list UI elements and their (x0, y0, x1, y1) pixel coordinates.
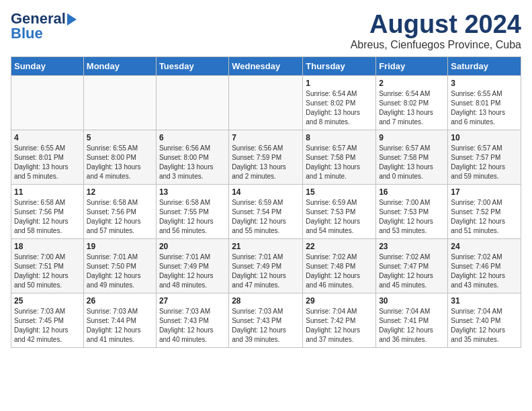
day-number: 30 (379, 296, 445, 306)
day-info: Sunrise: 7:04 AM Sunset: 7:40 PM Dayligh… (451, 307, 518, 345)
day-number: 29 (306, 296, 373, 306)
day-number: 22 (306, 242, 373, 251)
calendar-cell: 14Sunrise: 6:59 AM Sunset: 7:54 PM Dayli… (229, 184, 303, 238)
day-number: 12 (87, 187, 153, 197)
calendar-week-row: 18Sunrise: 7:00 AM Sunset: 7:51 PM Dayli… (11, 238, 521, 293)
calendar-table: SundayMondayTuesdayWednesdayThursdayFrid… (11, 56, 521, 348)
day-info: Sunrise: 7:02 AM Sunset: 7:47 PM Dayligh… (379, 253, 445, 290)
calendar-cell: 18Sunrise: 7:00 AM Sunset: 7:51 PM Dayli… (11, 238, 84, 293)
calendar-cell: 16Sunrise: 7:00 AM Sunset: 7:53 PM Dayli… (376, 184, 448, 238)
day-info: Sunrise: 7:04 AM Sunset: 7:42 PM Dayligh… (306, 307, 373, 345)
calendar-cell: 6Sunrise: 6:56 AM Sunset: 8:00 PM Daylig… (156, 130, 228, 184)
calendar-cell: 25Sunrise: 7:03 AM Sunset: 7:45 PM Dayli… (11, 293, 84, 347)
calendar-cell: 27Sunrise: 7:03 AM Sunset: 7:43 PM Dayli… (156, 293, 228, 347)
calendar-cell: 8Sunrise: 6:57 AM Sunset: 7:58 PM Daylig… (303, 130, 376, 184)
day-number: 27 (159, 296, 226, 306)
day-number: 17 (451, 187, 518, 197)
title-section: August 2024 Abreus, Cienfuegos Province,… (351, 11, 521, 51)
calendar-cell: 19Sunrise: 7:01 AM Sunset: 7:50 PM Dayli… (83, 238, 156, 293)
day-info: Sunrise: 6:59 AM Sunset: 7:53 PM Dayligh… (306, 198, 373, 236)
day-header-wednesday: Wednesday (229, 56, 303, 75)
day-info: Sunrise: 6:58 AM Sunset: 7:55 PM Dayligh… (159, 198, 226, 236)
calendar-cell: 5Sunrise: 6:55 AM Sunset: 8:00 PM Daylig… (83, 130, 156, 184)
day-number: 31 (451, 296, 518, 306)
day-number: 6 (159, 133, 226, 142)
calendar-cell: 11Sunrise: 6:58 AM Sunset: 7:56 PM Dayli… (11, 184, 84, 238)
calendar-cell (229, 75, 303, 130)
day-info: Sunrise: 7:01 AM Sunset: 7:50 PM Dayligh… (87, 253, 153, 290)
day-info: Sunrise: 7:00 AM Sunset: 7:51 PM Dayligh… (14, 253, 81, 290)
calendar-cell: 17Sunrise: 7:00 AM Sunset: 7:52 PM Dayli… (448, 184, 521, 238)
calendar-cell: 7Sunrise: 6:56 AM Sunset: 7:59 PM Daylig… (229, 130, 303, 184)
day-number: 3 (451, 79, 518, 88)
calendar-cell: 4Sunrise: 6:55 AM Sunset: 8:01 PM Daylig… (11, 130, 84, 184)
calendar-cell (83, 75, 156, 130)
day-number: 4 (14, 133, 81, 142)
day-header-friday: Friday (376, 56, 448, 75)
day-info: Sunrise: 6:55 AM Sunset: 8:01 PM Dayligh… (14, 144, 81, 181)
day-number: 24 (451, 242, 518, 251)
day-number: 18 (14, 242, 81, 251)
day-number: 20 (159, 242, 226, 251)
page-header: General Blue August 2024 Abreus, Cienfue… (11, 11, 521, 51)
calendar-cell: 1Sunrise: 6:54 AM Sunset: 8:02 PM Daylig… (303, 75, 376, 130)
day-info: Sunrise: 6:59 AM Sunset: 7:54 PM Dayligh… (232, 198, 300, 236)
day-number: 7 (232, 133, 300, 142)
calendar-cell (156, 75, 228, 130)
calendar-week-row: 4Sunrise: 6:55 AM Sunset: 8:01 PM Daylig… (11, 130, 521, 184)
calendar-cell: 28Sunrise: 7:03 AM Sunset: 7:43 PM Dayli… (229, 293, 303, 347)
day-number: 14 (232, 187, 300, 197)
day-header-sunday: Sunday (11, 56, 84, 75)
calendar-cell: 26Sunrise: 7:03 AM Sunset: 7:44 PM Dayli… (83, 293, 156, 347)
calendar-week-row: 1Sunrise: 6:54 AM Sunset: 8:02 PM Daylig… (11, 75, 521, 130)
day-info: Sunrise: 7:01 AM Sunset: 7:49 PM Dayligh… (232, 253, 300, 290)
calendar-cell: 21Sunrise: 7:01 AM Sunset: 7:49 PM Dayli… (229, 238, 303, 293)
day-info: Sunrise: 6:57 AM Sunset: 7:58 PM Dayligh… (306, 144, 373, 181)
day-info: Sunrise: 6:56 AM Sunset: 8:00 PM Dayligh… (159, 144, 226, 181)
day-info: Sunrise: 7:03 AM Sunset: 7:43 PM Dayligh… (232, 307, 300, 345)
day-info: Sunrise: 7:03 AM Sunset: 7:45 PM Dayligh… (14, 307, 81, 345)
calendar-cell: 9Sunrise: 6:57 AM Sunset: 7:58 PM Daylig… (376, 130, 448, 184)
day-header-tuesday: Tuesday (156, 56, 228, 75)
day-number: 8 (306, 133, 373, 142)
day-header-saturday: Saturday (448, 56, 521, 75)
day-info: Sunrise: 6:58 AM Sunset: 7:56 PM Dayligh… (87, 198, 153, 236)
calendar-header-row: SundayMondayTuesdayWednesdayThursdayFrid… (11, 56, 521, 75)
calendar-cell: 29Sunrise: 7:04 AM Sunset: 7:42 PM Dayli… (303, 293, 376, 347)
day-info: Sunrise: 7:01 AM Sunset: 7:49 PM Dayligh… (159, 253, 226, 290)
calendar-cell: 30Sunrise: 7:04 AM Sunset: 7:41 PM Dayli… (376, 293, 448, 347)
day-number: 15 (306, 187, 373, 197)
logo-text-blue: Blue (11, 26, 43, 42)
day-header-monday: Monday (83, 56, 156, 75)
day-info: Sunrise: 7:03 AM Sunset: 7:44 PM Dayligh… (87, 307, 153, 345)
day-info: Sunrise: 6:57 AM Sunset: 7:57 PM Dayligh… (451, 144, 518, 181)
calendar-cell: 10Sunrise: 6:57 AM Sunset: 7:57 PM Dayli… (448, 130, 521, 184)
day-info: Sunrise: 7:04 AM Sunset: 7:41 PM Dayligh… (379, 307, 445, 345)
day-number: 16 (379, 187, 445, 197)
calendar-cell: 3Sunrise: 6:55 AM Sunset: 8:01 PM Daylig… (448, 75, 521, 130)
calendar-cell (11, 75, 84, 130)
day-info: Sunrise: 6:57 AM Sunset: 7:58 PM Dayligh… (379, 144, 445, 181)
calendar-cell: 12Sunrise: 6:58 AM Sunset: 7:56 PM Dayli… (83, 184, 156, 238)
day-info: Sunrise: 6:56 AM Sunset: 7:59 PM Dayligh… (232, 144, 300, 181)
day-number: 9 (379, 133, 445, 142)
calendar-cell: 31Sunrise: 7:04 AM Sunset: 7:40 PM Dayli… (448, 293, 521, 347)
day-number: 11 (14, 187, 81, 197)
day-info: Sunrise: 6:55 AM Sunset: 8:01 PM Dayligh… (451, 89, 518, 127)
day-number: 26 (87, 296, 153, 306)
calendar-cell: 2Sunrise: 6:54 AM Sunset: 8:02 PM Daylig… (376, 75, 448, 130)
day-info: Sunrise: 7:02 AM Sunset: 7:46 PM Dayligh… (451, 253, 518, 290)
calendar-cell: 13Sunrise: 6:58 AM Sunset: 7:55 PM Dayli… (156, 184, 228, 238)
logo-arrow-icon (67, 13, 77, 26)
day-number: 28 (232, 296, 300, 306)
calendar-cell: 22Sunrise: 7:02 AM Sunset: 7:48 PM Dayli… (303, 238, 376, 293)
calendar-week-row: 11Sunrise: 6:58 AM Sunset: 7:56 PM Dayli… (11, 184, 521, 238)
day-info: Sunrise: 6:54 AM Sunset: 8:02 PM Dayligh… (306, 89, 373, 127)
day-number: 10 (451, 133, 518, 142)
calendar-week-row: 25Sunrise: 7:03 AM Sunset: 7:45 PM Dayli… (11, 293, 521, 347)
day-info: Sunrise: 7:00 AM Sunset: 7:53 PM Dayligh… (379, 198, 445, 236)
day-number: 5 (87, 133, 153, 142)
day-number: 2 (379, 79, 445, 88)
calendar-cell: 20Sunrise: 7:01 AM Sunset: 7:49 PM Dayli… (156, 238, 228, 293)
day-info: Sunrise: 6:55 AM Sunset: 8:00 PM Dayligh… (87, 144, 153, 181)
